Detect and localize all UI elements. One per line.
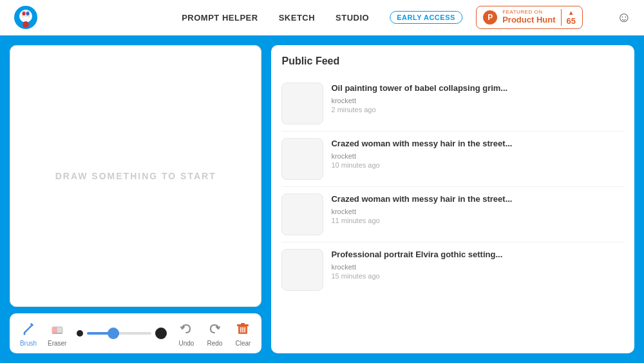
svg-line-7 (24, 326, 32, 333)
feed-item-title: Oil painting tower of babel collapsing g… (331, 83, 624, 94)
feed-item[interactable]: Crazed woman with messy hair in the stre… (281, 132, 624, 187)
app-logo[interactable] (13, 5, 39, 30)
undo-label: Undo (179, 340, 194, 347)
clear-icon (234, 320, 252, 338)
svg-rect-11 (52, 327, 57, 333)
undo-icon (177, 320, 195, 338)
main-content: DRAW SOMETHING TO START Brush (0, 35, 644, 363)
ph-text: FEATURED ON Product Hunt (502, 10, 555, 25)
eraser-tool[interactable]: Eraser (48, 320, 66, 347)
drawing-canvas[interactable]: DRAW SOMETHING TO START (10, 45, 261, 307)
feed-info: Crazed woman with messy hair in the stre… (331, 138, 624, 169)
feed-item-user: krockett (331, 263, 624, 271)
redo-label: Redo (207, 340, 223, 347)
feed-item[interactable]: Professional portrait Elvira gothic sett… (281, 242, 624, 297)
undo-button[interactable]: Undo (177, 320, 195, 347)
brush-icon (19, 320, 37, 338)
feed-thumbnail (281, 83, 323, 124)
feed-thumbnail (281, 193, 323, 235)
feed-item-user: krockett (331, 97, 624, 104)
feed-item-user: krockett (331, 152, 624, 160)
size-min-dot (77, 330, 83, 337)
svg-rect-16 (241, 323, 245, 325)
svg-point-6 (23, 21, 29, 28)
header: PROMPT HELPER SKETCH STUDIO EARLY ACCESS… (0, 0, 644, 35)
left-panel: DRAW SOMETHING TO START Brush (10, 45, 261, 353)
canvas-placeholder: DRAW SOMETHING TO START (55, 171, 216, 181)
public-feed-title: Public Feed (281, 55, 624, 67)
redo-icon (205, 320, 223, 338)
ph-product-label: Product Hunt (502, 15, 555, 25)
brush-label: Brush (20, 340, 37, 347)
feed-info: Crazed woman with messy hair in the stre… (331, 193, 624, 224)
feed-item[interactable]: Oil painting tower of babel collapsing g… (281, 76, 624, 132)
feed-info: Oil painting tower of babel collapsing g… (331, 83, 624, 113)
clear-label: Clear (236, 340, 251, 347)
svg-point-4 (26, 12, 30, 15)
public-feed-panel: Public Feed Oil painting tower of babel … (271, 45, 634, 353)
feed-item-time: 15 minutes ago (331, 272, 624, 280)
size-max-dot (155, 328, 167, 339)
feed-item-time: 2 minutes ago (331, 106, 624, 113)
drawing-toolbar: Brush Eraser (10, 313, 261, 353)
feed-item-title: Professional portrait Elvira gothic sett… (331, 249, 624, 260)
feed-item[interactable]: Crazed woman with messy hair in the stre… (281, 187, 624, 242)
ph-logo-icon: P (483, 10, 497, 25)
feed-info: Professional portrait Elvira gothic sett… (331, 249, 624, 280)
main-nav: PROMPT HELPER SKETCH STUDIO EARLY ACCESS (182, 11, 462, 24)
feed-list: Oil painting tower of babel collapsing g… (281, 76, 624, 297)
redo-button[interactable]: Redo (205, 320, 223, 347)
feed-thumbnail (281, 138, 323, 180)
svg-marker-9 (23, 333, 26, 335)
size-slider[interactable] (87, 332, 151, 335)
svg-point-5 (23, 17, 29, 19)
ph-number: 65 (567, 16, 576, 26)
svg-point-3 (23, 12, 26, 15)
brush-tool[interactable]: Brush (19, 320, 37, 347)
ph-count: ▲ 65 (561, 9, 576, 26)
nav-sketch[interactable]: SKETCH (279, 13, 315, 23)
nav-prompt-helper[interactable]: PROMPT HELPER (182, 13, 258, 23)
eraser-label: Eraser (48, 340, 66, 347)
feed-thumbnail (281, 249, 323, 291)
ph-arrow-icon: ▲ (568, 9, 574, 16)
feed-item-title: Crazed woman with messy hair in the stre… (331, 138, 624, 150)
feed-item-user: krockett (331, 208, 624, 215)
eraser-icon (48, 320, 66, 338)
feed-item-time: 11 minutes ago (331, 217, 624, 224)
nav-studio[interactable]: STUDIO (336, 13, 369, 23)
feed-item-title: Crazed woman with messy hair in the stre… (331, 193, 624, 205)
clear-button[interactable]: Clear (234, 320, 252, 347)
early-access-badge[interactable]: EARLY ACCESS (390, 11, 462, 24)
size-control (77, 328, 167, 339)
user-menu-button[interactable]: ☺ (617, 9, 631, 26)
product-hunt-button[interactable]: P FEATURED ON Product Hunt ▲ 65 (476, 6, 583, 29)
feed-item-time: 10 minutes ago (331, 161, 624, 169)
